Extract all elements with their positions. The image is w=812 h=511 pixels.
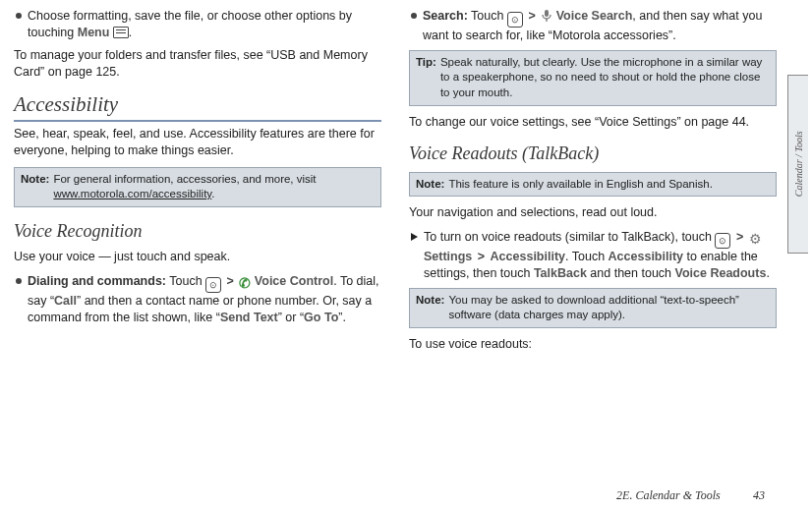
text: and then touch [587,266,675,280]
note-general-info: Note: For general information, accessori… [14,167,381,207]
page-footer: 2E. Calendar & Tools 43 [0,487,812,503]
apps-icon: ⊙ [507,12,523,28]
text: ” or “ [278,311,304,324]
text: Touch [166,274,205,288]
apps-icon: ⊙ [205,277,221,293]
bullet-icon [16,13,22,19]
heading-accessibility: Accessibility [14,90,381,122]
side-tab-calendar-tools: Calendar / Tools [787,75,808,254]
bullet-text: Search: Touch ⊙ > Voice Search, and then… [423,8,777,44]
side-tab-label: Calendar / Tools [791,132,805,198]
bullet-text: To turn on voice readouts (similar to Ta… [424,229,777,282]
menu-label: Menu [78,26,110,39]
bullet-dialing: Dialing and commands: Touch ⊙ > ✆ Voice … [14,273,381,326]
label-send-text: Send Text [220,311,278,324]
chevron-icon: > [476,249,487,265]
text: . Touch [565,250,609,263]
left-column: Choose formatting, save the file, or cho… [14,6,381,462]
paragraph-usb-memory: To manage your folders and transfer file… [14,47,381,81]
paragraph-change-voice: To change our voice settings, see “Voice… [409,114,777,131]
text: Touch [468,9,507,23]
tip-label: Tip: [416,55,436,101]
tip-speak-naturally: Tip: Speak naturally, but clearly. Use t… [409,50,777,106]
paragraph-voice-intro: Use your voice — just touch and speak. [14,249,381,265]
link-motorola-accessibility[interactable]: www.motorola.com/accessibility [53,188,211,199]
label-voice-readouts: Voice Readouts [675,266,767,280]
bullet-icon [411,13,417,19]
paragraph-readouts-intro: Your navigation and selections, read out… [409,204,777,221]
bullet-choose-formatting: Choose formatting, save the file, or cho… [14,8,381,41]
paragraph-accessibility-intro: See, hear, speak, feel, and use. Accessi… [14,126,381,159]
gear-icon: ⚙ [749,232,762,246]
footer-page-number: 43 [753,488,765,502]
note-body: You may be asked to download additional … [448,293,770,323]
label-accessibility: Accessibility [491,250,565,263]
paragraph-use-readouts: To use voice readouts: [409,336,777,353]
mic-icon [541,9,552,28]
tip-body: Speak naturally, but clearly. Use the mi… [440,55,770,101]
bullet-search: Search: Touch ⊙ > Voice Search, and then… [409,8,777,44]
triangle-icon [411,233,418,241]
phone-icon: ✆ [239,276,251,290]
bullet-text: Choose formatting, save the file, or cho… [28,8,381,41]
page-body: Choose formatting, save the file, or cho… [0,0,812,462]
text: For general information, accessories, an… [53,173,316,185]
text: . [129,26,132,39]
footer-section: 2E. Calendar & Tools [616,488,721,502]
text: To turn on voice readouts (similar to Ta… [424,230,715,244]
note-english-spanish: Note: This feature is only available in … [409,172,777,198]
apps-icon: ⊙ [715,233,730,249]
label-go-to: Go To [304,311,338,324]
heading-voice-recognition: Voice Recognition [14,219,381,243]
chevron-icon: > [734,229,745,246]
svg-rect-0 [545,10,549,17]
chevron-icon: > [225,273,236,290]
label-search: Search: [423,9,468,23]
note-label: Note: [416,293,444,323]
note-download-tts: Note: You may be asked to download addit… [409,288,777,328]
label-voice-control: Voice Control [255,274,333,288]
label-talkback: TalkBack [534,266,587,280]
note-label: Note: [21,172,49,202]
text: Choose formatting, save the file, or cho… [28,9,352,39]
label-voice-search: Voice Search [556,9,633,23]
bullet-text: Dialing and commands: Touch ⊙ > ✆ Voice … [28,273,381,326]
menu-icon [113,27,129,38]
heading-voice-readouts: Voice Readouts (TalkBack) [409,142,777,165]
bullet-turn-on-readouts: To turn on voice readouts (similar to Ta… [409,229,777,282]
note-body: This feature is only available in Englis… [448,177,713,193]
text: . [211,188,214,199]
text: . [766,266,769,280]
text: ”. [338,311,346,324]
note-body: For general information, accessories, an… [53,172,375,202]
label-settings: Settings [424,250,472,263]
label-dialing: Dialing and commands: [28,274,166,288]
label-call: Call [54,294,77,308]
chevron-icon: > [526,8,537,25]
right-column: Search: Touch ⊙ > Voice Search, and then… [409,6,777,462]
label-accessibility-2: Accessibility [609,250,683,263]
note-label: Note: [416,177,444,193]
bullet-icon [16,278,22,284]
